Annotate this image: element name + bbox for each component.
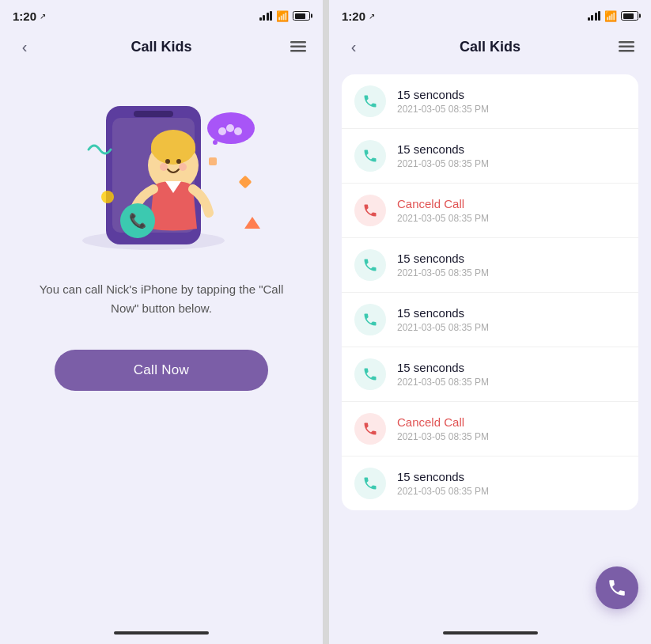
- left-time: 1:20 ↗: [13, 9, 46, 23]
- call-info: Canceld Call 2021-03-05 08:35 PM: [397, 197, 489, 224]
- left-back-button[interactable]: ‹: [13, 35, 36, 59]
- svg-point-18: [213, 140, 218, 145]
- call-timestamp: 2021-03-05 08:35 PM: [397, 158, 489, 169]
- right-status-icons: 📶: [588, 10, 639, 22]
- call-info: 15 senconds 2021-03-05 08:35 PM: [397, 470, 489, 497]
- answered-call-icon: [354, 358, 386, 390]
- answered-call-icon: [354, 468, 386, 499]
- call-item[interactable]: 15 senconds 2021-03-05 08:35 PM: [342, 293, 638, 347]
- svg-rect-25: [209, 157, 217, 165]
- call-duration: Canceld Call: [397, 415, 489, 429]
- left-status-icons: 📶: [259, 10, 311, 22]
- call-info: 15 senconds 2021-03-05 08:35 PM: [397, 361, 489, 388]
- call-duration: 15 senconds: [397, 361, 489, 374]
- call-fab-button[interactable]: [596, 566, 638, 609]
- left-time-text: 1:20: [13, 9, 36, 23]
- call-item[interactable]: 15 senconds 2021-03-05 08:35 PM: [342, 347, 638, 402]
- svg-point-20: [226, 124, 234, 132]
- call-info: 15 senconds 2021-03-05 08:35 PM: [397, 88, 489, 115]
- svg-point-21: [234, 127, 242, 135]
- call-info: Canceld Call 2021-03-05 08:35 PM: [397, 415, 489, 442]
- call-list-container[interactable]: 15 senconds 2021-03-05 08:35 PM 15 senco…: [329, 66, 651, 622]
- right-wifi-icon: 📶: [604, 10, 617, 22]
- call-duration: 15 senconds: [397, 470, 489, 483]
- call-timestamp: 2021-03-05 08:35 PM: [397, 377, 489, 388]
- svg-rect-26: [619, 41, 634, 44]
- call-duration: 15 senconds: [397, 88, 489, 101]
- call-timestamp: 2021-03-05 08:35 PM: [397, 486, 489, 497]
- cancelled-call-icon: [354, 195, 386, 226]
- svg-point-13: [179, 163, 187, 171]
- svg-rect-22: [239, 176, 252, 189]
- left-home-indicator: [0, 622, 323, 644]
- svg-point-10: [165, 159, 170, 164]
- call-duration: 15 senconds: [397, 252, 489, 265]
- svg-rect-0: [290, 41, 306, 44]
- call-duration: 15 senconds: [397, 142, 489, 156]
- call-item[interactable]: 15 senconds 2021-03-05 08:35 PM: [342, 129, 638, 184]
- call-item[interactable]: 15 senconds 2021-03-05 08:35 PM: [342, 238, 638, 293]
- call-info: 15 senconds 2021-03-05 08:35 PM: [397, 252, 489, 278]
- svg-text:📞: 📞: [129, 212, 147, 229]
- right-home-indicator: [329, 622, 651, 644]
- answered-call-icon: [354, 304, 386, 335]
- right-navbar: ‹ Call Kids: [329, 28, 651, 66]
- svg-rect-27: [619, 46, 634, 48]
- right-time-text: 1:20: [342, 9, 365, 23]
- illustration: 📞: [51, 82, 272, 256]
- left-panel: 1:20 ↗ 📶 ‹ Call Kids: [0, 0, 323, 644]
- right-panel: 1:20 ↗ 📶 ‹ Call Kids: [329, 0, 651, 644]
- svg-rect-28: [619, 50, 634, 52]
- call-item[interactable]: 15 senconds 2021-03-05 08:35 PM: [342, 74, 638, 129]
- svg-rect-6: [134, 111, 173, 117]
- battery-icon: [293, 11, 310, 21]
- call-timestamp: 2021-03-05 08:35 PM: [397, 431, 489, 442]
- description-text: You can call Nick's iPhone by tapping th…: [24, 280, 299, 318]
- right-battery-icon: [621, 11, 638, 21]
- answered-call-icon: [354, 249, 386, 281]
- svg-rect-2: [290, 50, 306, 52]
- svg-marker-23: [244, 217, 260, 229]
- call-now-button[interactable]: Call Now: [55, 350, 268, 391]
- right-menu-button[interactable]: [615, 35, 638, 59]
- right-nav-title: Call Kids: [460, 39, 520, 55]
- svg-point-12: [160, 163, 168, 171]
- right-status-bar: 1:20 ↗ 📶: [329, 0, 651, 28]
- call-duration: Canceld Call: [397, 197, 489, 210]
- call-timestamp: 2021-03-05 08:35 PM: [397, 322, 489, 333]
- answered-call-icon: [354, 140, 386, 172]
- svg-point-24: [101, 191, 114, 203]
- call-item[interactable]: Canceld Call 2021-03-05 08:35 PM: [342, 402, 638, 456]
- svg-rect-9: [151, 144, 195, 155]
- svg-rect-1: [290, 46, 306, 48]
- left-arrow-icon: ↗: [40, 12, 46, 21]
- svg-point-11: [176, 159, 181, 164]
- right-signal-icon: [588, 11, 601, 21]
- right-arrow-icon: ↗: [369, 12, 375, 21]
- right-home-bar: [443, 631, 538, 635]
- signal-icon: [259, 11, 273, 21]
- panel-divider: [323, 0, 329, 644]
- left-nav-title: Call Kids: [131, 39, 191, 55]
- call-timestamp: 2021-03-05 08:35 PM: [397, 104, 489, 115]
- wifi-icon: 📶: [276, 10, 289, 22]
- call-info: 15 senconds 2021-03-05 08:35 PM: [397, 142, 489, 169]
- right-back-button[interactable]: ‹: [342, 35, 365, 59]
- call-info: 15 senconds 2021-03-05 08:35 PM: [397, 306, 489, 333]
- svg-point-19: [218, 127, 226, 135]
- call-item[interactable]: 15 senconds 2021-03-05 08:35 PM: [342, 456, 638, 510]
- answered-call-icon: [354, 85, 386, 117]
- left-menu-button[interactable]: [286, 35, 310, 59]
- left-content: 📞 You can call Nic: [0, 66, 323, 622]
- left-home-bar: [114, 631, 209, 635]
- call-list-card: 15 senconds 2021-03-05 08:35 PM 15 senco…: [342, 74, 638, 510]
- left-status-bar: 1:20 ↗ 📶: [0, 0, 323, 28]
- left-navbar: ‹ Call Kids: [0, 28, 323, 66]
- call-timestamp: 2021-03-05 08:35 PM: [397, 267, 489, 278]
- right-time: 1:20 ↗: [342, 9, 375, 23]
- call-duration: 15 senconds: [397, 306, 489, 320]
- call-timestamp: 2021-03-05 08:35 PM: [397, 213, 489, 224]
- cancelled-call-icon: [354, 413, 386, 445]
- call-item[interactable]: Canceld Call 2021-03-05 08:35 PM: [342, 184, 638, 238]
